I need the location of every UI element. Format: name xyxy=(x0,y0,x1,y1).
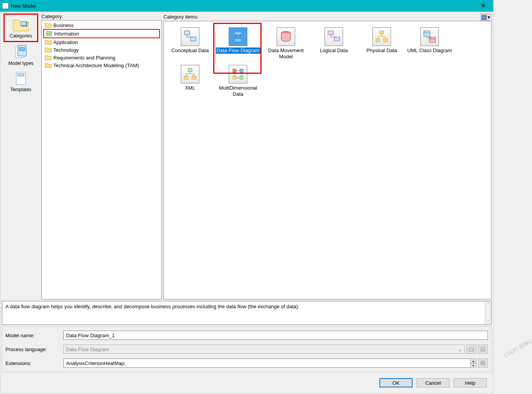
row-process-language: Process language: Data Flow Diagram xyxy=(5,345,488,354)
top-area: Categories Model types Templates xyxy=(2,14,491,299)
category-tam[interactable]: Technical Architecture Modeling (TAM) xyxy=(43,61,160,69)
svg-rect-6 xyxy=(18,74,24,76)
item-uml-class-diagram[interactable]: UML Class Diagram xyxy=(406,25,453,63)
tree-label: Information xyxy=(54,31,79,37)
item-logical-data[interactable]: Logical Data xyxy=(310,25,357,63)
svg-rect-23 xyxy=(424,31,430,36)
extensions-input[interactable] xyxy=(63,358,471,368)
svg-point-16 xyxy=(234,38,242,42)
help-button[interactable]: Help xyxy=(454,378,487,387)
description-box: A data flow diagram helps you identify, … xyxy=(2,301,491,325)
item-label: Data Movement Model xyxy=(263,48,309,60)
category-requirements[interactable]: Requirements and Planning xyxy=(43,54,160,61)
view-toggle[interactable]: ▾ xyxy=(480,14,491,21)
tree-label: Application xyxy=(53,39,78,45)
browse-button[interactable] xyxy=(466,345,476,354)
description-text: A data flow diagram helps you identify, … xyxy=(2,301,485,324)
svg-rect-11 xyxy=(482,18,484,20)
info-icon xyxy=(46,31,53,37)
tree-label: Business xyxy=(53,22,74,28)
svg-rect-13 xyxy=(184,31,190,35)
item-conceptual-data[interactable]: Conceptual Data xyxy=(167,25,214,63)
svg-rect-10 xyxy=(484,15,486,17)
row-extensions: Extensions: ▴ ▾ xyxy=(5,358,488,368)
scroll-up-icon[interactable]: ˄ xyxy=(485,301,491,307)
category-information[interactable]: Information xyxy=(43,29,160,38)
items-header: Category items: ▾ xyxy=(163,14,491,21)
extensions-spinner[interactable]: ▴ ▾ xyxy=(470,358,476,368)
nav-categories[interactable]: Categories xyxy=(3,14,38,42)
model-name-label: Model name: xyxy=(5,333,63,338)
nav-templates[interactable]: Templates xyxy=(3,68,38,95)
item-label: Conceptual Data xyxy=(172,48,209,54)
item-xml[interactable]: XML xyxy=(167,63,214,100)
nav-label: Templates xyxy=(10,87,32,92)
import-icon xyxy=(480,346,486,352)
category-business[interactable]: Business xyxy=(43,21,160,29)
scroll-down-icon[interactable]: ˅ xyxy=(485,318,491,324)
svg-rect-19 xyxy=(334,37,340,41)
item-physical-data[interactable]: Physical Data xyxy=(358,25,405,63)
process-language-combo[interactable]: Data Flow Diagram xyxy=(63,345,465,354)
item-label: MultiDimensional Data xyxy=(215,85,261,98)
svg-rect-9 xyxy=(482,15,484,17)
svg-rect-30 xyxy=(233,76,236,79)
svg-point-15 xyxy=(234,31,242,35)
cube-icon xyxy=(229,65,247,83)
item-label: Logical Data xyxy=(320,48,348,54)
grid-icon xyxy=(481,15,487,20)
folder-icon xyxy=(469,346,474,352)
svg-rect-14 xyxy=(190,37,196,41)
svg-rect-21 xyxy=(376,39,380,42)
scrollbar[interactable]: ˄ ˅ xyxy=(485,301,491,324)
folder-icon xyxy=(45,39,52,45)
spinner-down-icon[interactable]: ▾ xyxy=(470,363,476,368)
item-data-movement-model[interactable]: Data Movement Model xyxy=(262,25,309,63)
tree-icon xyxy=(372,27,391,46)
titlebar: New Model ✕ xyxy=(0,0,493,12)
svg-rect-25 xyxy=(188,68,192,71)
spinner-up-icon[interactable]: ▴ xyxy=(470,358,476,363)
documents-icon xyxy=(12,44,30,60)
svg-rect-26 xyxy=(184,76,188,79)
svg-rect-12 xyxy=(484,18,486,20)
svg-rect-27 xyxy=(192,76,196,79)
nav-panel: Categories Model types Templates xyxy=(2,14,40,299)
folder-icon xyxy=(45,62,52,68)
category-application[interactable]: Application xyxy=(43,38,160,46)
dialog-content: Categories Model types Templates xyxy=(0,12,493,394)
extensions-label: Extensions: xyxy=(5,360,63,366)
svg-rect-4 xyxy=(19,48,25,51)
chevron-down-icon: ▾ xyxy=(488,14,490,20)
model-name-input[interactable] xyxy=(63,331,488,340)
form-panel: Model name: Process language: Data Flow … xyxy=(2,326,491,372)
folder-icon xyxy=(45,22,52,28)
nav-model-types[interactable]: Model types xyxy=(3,42,38,68)
items-grid[interactable]: Conceptual Data Data Flow Diagram Data M… xyxy=(163,21,491,299)
svg-point-8 xyxy=(47,33,49,34)
row-model-name: Model name: xyxy=(5,331,488,340)
dialog-footer: OK Cancel Help xyxy=(2,374,491,392)
category-technology[interactable]: Technology xyxy=(43,46,160,54)
database-icon xyxy=(277,27,295,46)
svg-rect-29 xyxy=(240,69,243,72)
tree-label: Technology xyxy=(53,47,79,53)
nav-label: Model types xyxy=(8,61,34,66)
item-multidimensional-data[interactable]: MultiDimensional Data xyxy=(214,63,262,100)
xml-icon xyxy=(181,65,199,83)
new-model-dialog: New Model ✕ Categories xyxy=(0,0,493,394)
item-label: Physical Data xyxy=(366,48,397,54)
item-label: XML xyxy=(185,85,195,91)
list-icon xyxy=(480,360,486,366)
close-button[interactable]: ✕ xyxy=(476,0,491,12)
extensions-browse-button[interactable] xyxy=(478,358,488,368)
cancel-button[interactable]: Cancel xyxy=(416,378,450,387)
svg-rect-1 xyxy=(21,22,26,25)
folder-icon xyxy=(45,47,52,53)
ok-button[interactable]: OK xyxy=(379,378,413,387)
class-icon xyxy=(420,27,439,46)
svg-rect-28 xyxy=(233,69,236,72)
category-tree[interactable]: Business Information Application Technol… xyxy=(41,20,162,299)
item-data-flow-diagram[interactable]: Data Flow Diagram xyxy=(214,25,262,63)
import-button[interactable] xyxy=(478,345,488,354)
